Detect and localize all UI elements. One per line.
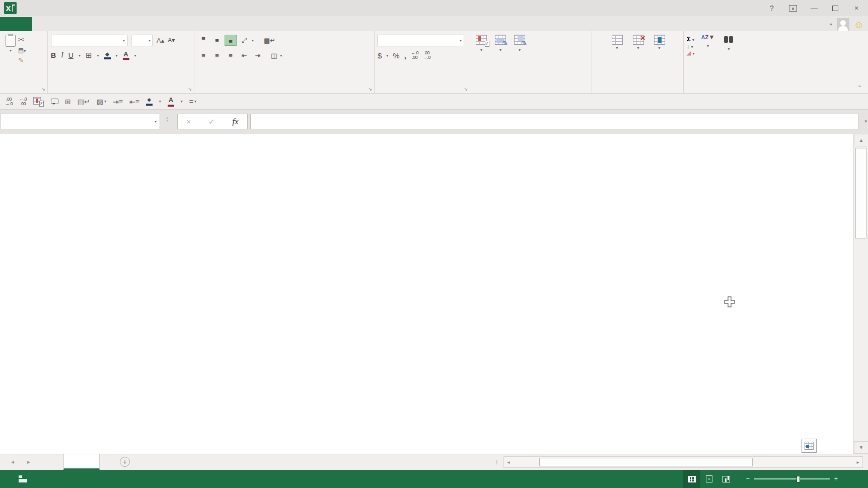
- cancel-icon[interactable]: ×: [186, 117, 191, 126]
- format-cells-button[interactable]: ▾: [652, 34, 668, 84]
- top-align-icon[interactable]: ≡: [197, 35, 209, 46]
- grow-font-icon[interactable]: A▴: [157, 37, 164, 44]
- group-clipboard: ▾ ✂ ▤▾ ✎ ↘: [0, 31, 48, 93]
- formula-bar-splitter[interactable]: ⁞: [166, 116, 167, 124]
- enter-icon[interactable]: ✓: [208, 117, 215, 126]
- macro-record-icon[interactable]: [19, 475, 27, 482]
- minimize-icon[interactable]: —: [806, 2, 823, 15]
- scroll-down-icon[interactable]: ▼: [854, 441, 868, 454]
- horizontal-scrollbar-thumb[interactable]: [539, 458, 753, 466]
- italic-icon[interactable]: I: [61, 51, 63, 59]
- collapse-ribbon-icon[interactable]: ⌃: [857, 85, 862, 91]
- cut-icon[interactable]: ✂: [18, 35, 26, 44]
- maximize-icon[interactable]: [827, 2, 844, 15]
- formula-input[interactable]: [250, 114, 859, 129]
- percent-style-icon[interactable]: %: [393, 51, 399, 60]
- paste-icon: [6, 35, 16, 47]
- name-box[interactable]: ▾: [0, 114, 160, 129]
- font-color-small-icon[interactable]: A: [168, 97, 174, 107]
- horizontal-scrollbar[interactable]: ◂ ▸: [503, 456, 863, 468]
- new-sheet-icon[interactable]: +: [120, 457, 130, 467]
- conditional-formatting-button[interactable]: ▾: [473, 34, 489, 84]
- decrease-indent-small-icon[interactable]: ⇤≡: [129, 98, 139, 106]
- align-left-icon[interactable]: ≡: [197, 50, 209, 61]
- quick-analysis-button[interactable]: [802, 439, 817, 453]
- zoom-slider-knob[interactable]: [797, 476, 800, 482]
- close-icon[interactable]: ×: [848, 2, 865, 15]
- decrease-indent-icon[interactable]: ⇤: [238, 50, 250, 61]
- paste-button[interactable]: ▾: [3, 34, 18, 64]
- number-dialog-launcher-icon[interactable]: ↘: [464, 87, 468, 92]
- find-select-button[interactable]: ▾: [721, 34, 737, 84]
- normal-view-button[interactable]: [683, 470, 700, 488]
- page-break-preview-button[interactable]: [717, 470, 735, 488]
- borders-grid-icon[interactable]: ⊞: [65, 98, 71, 106]
- scroll-right-icon[interactable]: ▸: [854, 458, 861, 466]
- ribbon-display-options-icon[interactable]: ▲: [784, 2, 802, 15]
- format-as-table-button[interactable]: ▾: [492, 34, 509, 84]
- equals-icon[interactable]: =▾: [189, 98, 196, 106]
- cell-styles-button[interactable]: ▾: [512, 34, 528, 84]
- middle-align-icon[interactable]: ≡: [211, 35, 223, 46]
- zoom-in-icon[interactable]: +: [834, 475, 838, 482]
- next-sheet-icon[interactable]: ▸: [27, 458, 43, 465]
- copy-icon[interactable]: ▤▾: [18, 47, 26, 54]
- help-icon[interactable]: ?: [763, 2, 780, 15]
- decrease-decimal-icon[interactable]: .00→.0: [5, 97, 13, 106]
- prev-sheet-icon[interactable]: ◂: [11, 458, 27, 465]
- bottom-align-icon[interactable]: ≡: [225, 35, 237, 46]
- expand-formula-bar-icon[interactable]: ▾: [864, 119, 867, 124]
- sheet-tab-1133[interactable]: [63, 454, 100, 470]
- tab-scroll-splitter[interactable]: ⁞: [496, 458, 498, 466]
- font-dialog-launcher-icon[interactable]: ↘: [188, 87, 192, 92]
- fill-button[interactable]: ↓ ▾: [687, 44, 695, 50]
- clipboard-dialog-launcher-icon[interactable]: ↘: [41, 87, 45, 92]
- align-center-icon[interactable]: ≡: [211, 50, 223, 61]
- shrink-font-icon[interactable]: A▾: [168, 37, 175, 44]
- wrap-text-small-icon[interactable]: ▤↵: [78, 98, 90, 106]
- font-size-combo[interactable]: ▾: [131, 35, 153, 46]
- increase-indent-icon[interactable]: ⇥: [252, 50, 264, 61]
- accounting-format-icon[interactable]: $: [378, 51, 382, 60]
- feedback-smiley-icon[interactable]: ☺: [854, 20, 864, 30]
- font-color-icon[interactable]: A: [123, 51, 129, 60]
- number-format-combo[interactable]: ▾: [378, 35, 464, 46]
- excel-logo-icon[interactable]: X: [4, 2, 17, 14]
- tab-file[interactable]: [0, 17, 32, 31]
- borders-icon[interactable]: ⊞: [86, 51, 92, 60]
- scroll-left-icon[interactable]: ◂: [505, 458, 512, 466]
- align-right-icon[interactable]: ≡: [225, 50, 237, 61]
- user-dropdown-icon[interactable]: ▾: [830, 22, 832, 27]
- alignment-dialog-launcher-icon[interactable]: ↘: [368, 87, 372, 92]
- increase-decimal-icon[interactable]: ←.0.00: [19, 97, 27, 106]
- bold-icon[interactable]: B: [51, 51, 56, 59]
- fill-color-icon[interactable]: ◆: [104, 52, 111, 59]
- insert-cells-button[interactable]: ▾: [609, 34, 625, 84]
- page-layout-view-button[interactable]: ≡: [700, 470, 717, 488]
- worksheet-grid: [0, 134, 853, 454]
- delete-cells-button[interactable]: ▾: [630, 34, 646, 84]
- underline-icon[interactable]: U: [68, 51, 74, 59]
- comment-icon[interactable]: [51, 99, 58, 104]
- sort-filter-button[interactable]: AZ▼ ▾: [699, 34, 717, 84]
- font-name-combo[interactable]: ▾: [51, 35, 127, 46]
- autosum-button[interactable]: Σ ▾: [687, 36, 695, 43]
- orientation-icon[interactable]: ⤢: [238, 35, 250, 46]
- decrease-decimal-icon[interactable]: .00→.0: [423, 51, 430, 60]
- conditional-formatting-small-icon[interactable]: ▾: [33, 97, 44, 106]
- scroll-up-icon[interactable]: ▲: [854, 134, 868, 146]
- comma-style-icon[interactable]: ,: [404, 51, 406, 60]
- increase-indent-small-icon[interactable]: ⇥≡: [113, 98, 123, 106]
- vertical-scrollbar[interactable]: ▲ ▼: [853, 134, 868, 454]
- name-box-dropdown-icon[interactable]: ▾: [155, 119, 157, 124]
- vertical-scrollbar-thumb[interactable]: [855, 148, 866, 238]
- zoom-out-icon[interactable]: −: [746, 475, 749, 482]
- format-painter-icon[interactable]: ✎: [18, 56, 26, 64]
- fill-color-small-icon[interactable]: ◆: [146, 98, 153, 106]
- avatar[interactable]: [837, 18, 849, 31]
- format-painter-grid-icon[interactable]: ▨▾: [97, 98, 106, 106]
- zoom-slider[interactable]: [754, 478, 830, 479]
- clear-button[interactable]: ◢ ▾: [687, 50, 695, 56]
- insert-function-icon[interactable]: fx: [232, 117, 238, 127]
- increase-decimal-icon[interactable]: ←.0.00: [411, 51, 418, 60]
